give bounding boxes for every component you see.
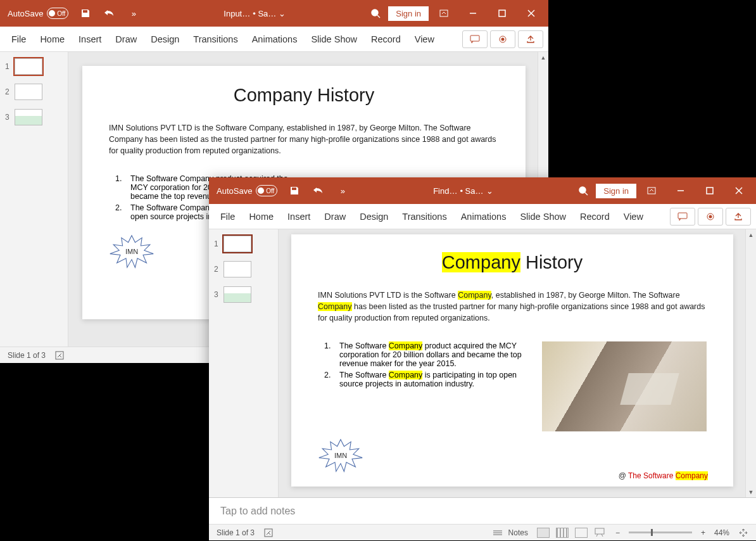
- minimize-button[interactable]: [458, 0, 488, 27]
- document-title: Input… • Sa… ⌄: [146, 9, 363, 18]
- list-item-2[interactable]: The Software Company is participating in…: [333, 371, 532, 388]
- svg-rect-17: [648, 188, 655, 194]
- tab-design[interactable]: Design: [144, 29, 186, 49]
- thumbnail-1[interactable]: [224, 236, 251, 252]
- zoom-level[interactable]: 44%: [714, 528, 729, 537]
- save-icon[interactable]: [282, 179, 306, 203]
- tab-insert[interactable]: Insert: [281, 207, 317, 227]
- save-icon[interactable]: [73, 1, 98, 25]
- undo-icon[interactable]: [306, 179, 331, 203]
- svg-rect-22: [678, 213, 687, 219]
- thumbnail-2[interactable]: [15, 84, 42, 100]
- ribbon-mode-icon[interactable]: [429, 0, 458, 27]
- comments-icon[interactable]: [462, 30, 488, 48]
- tab-transitions[interactable]: Transitions: [396, 207, 453, 227]
- svg-line-1: [377, 15, 380, 18]
- slideshow-view-icon[interactable]: [594, 528, 607, 538]
- tab-file[interactable]: File: [5, 29, 32, 49]
- titlebar: AutoSave Off » Find… • Sa… ⌄ Sign in: [209, 177, 756, 204]
- view-buttons: [537, 528, 607, 538]
- autosave-toggle[interactable]: AutoSave Off: [211, 185, 282, 196]
- slide-counter: Slide 1 of 3: [217, 528, 255, 537]
- tab-view[interactable]: View: [617, 207, 650, 227]
- slide-content[interactable]: Company History IMN Solutions PVT LTD is…: [291, 234, 733, 487]
- tab-design[interactable]: Design: [353, 207, 394, 227]
- comments-icon[interactable]: [670, 208, 695, 226]
- vertical-scrollbar[interactable]: ▲▼: [745, 229, 756, 497]
- slide-image[interactable]: [542, 341, 707, 431]
- fit-to-window-icon[interactable]: [738, 528, 748, 538]
- search-icon[interactable]: [571, 179, 595, 203]
- accessibility-icon[interactable]: [54, 350, 65, 360]
- more-icon[interactable]: »: [331, 179, 355, 203]
- list-item-1[interactable]: The Software Company product acquired th…: [333, 341, 532, 368]
- tab-view[interactable]: View: [408, 29, 441, 49]
- tab-insert[interactable]: Insert: [72, 29, 108, 49]
- thumbnail-pane[interactable]: 1 2 3: [0, 52, 68, 347]
- reading-view-icon[interactable]: [575, 528, 588, 538]
- thumbnail-1[interactable]: [15, 58, 42, 75]
- tab-home[interactable]: Home: [34, 29, 71, 49]
- notes-pane[interactable]: Tap to add notes: [209, 497, 756, 524]
- thumbnail-2[interactable]: [224, 261, 251, 277]
- maximize-button[interactable]: [488, 0, 517, 27]
- thumbnail-3[interactable]: [15, 109, 42, 125]
- zoom-out-button[interactable]: −: [615, 528, 620, 537]
- tab-draw[interactable]: Draw: [109, 29, 143, 49]
- toggle-switch[interactable]: Off: [256, 185, 277, 196]
- starburst-shape[interactable]: IMN: [109, 234, 154, 269]
- svg-line-31: [596, 534, 598, 537]
- share-icon[interactable]: [726, 208, 751, 226]
- close-button[interactable]: [724, 177, 753, 204]
- tab-transitions[interactable]: Transitions: [187, 29, 244, 49]
- zoom-slider[interactable]: [629, 531, 692, 533]
- svg-rect-30: [595, 528, 604, 534]
- slide-title[interactable]: Company History: [109, 85, 499, 106]
- thumbnail-3[interactable]: [224, 286, 251, 303]
- autosave-toggle[interactable]: AutoSave Off: [3, 8, 73, 19]
- signin-button[interactable]: Sign in: [595, 183, 637, 199]
- ribbon-mode-icon[interactable]: [637, 177, 666, 204]
- slide-body-text[interactable]: IMN Solutions PVT LTD is the Software Co…: [109, 122, 499, 156]
- slide-body-text[interactable]: IMN Solutions PVT LTD is the Software Co…: [318, 290, 707, 324]
- more-icon[interactable]: »: [122, 1, 146, 25]
- tab-animations[interactable]: Animations: [455, 207, 513, 227]
- tab-record[interactable]: Record: [365, 29, 407, 49]
- maximize-button[interactable]: [695, 177, 724, 204]
- svg-line-16: [585, 193, 588, 195]
- workspace: 1 2 3 Company History IMN Solutions PVT …: [209, 229, 756, 497]
- chevron-down-icon[interactable]: ⌄: [486, 186, 493, 196]
- share-icon[interactable]: [518, 30, 543, 48]
- slide-footer[interactable]: @ The Software Company: [619, 471, 708, 480]
- tab-animations[interactable]: Animations: [246, 29, 304, 49]
- slide-list[interactable]: The Software Company product acquired th…: [318, 341, 532, 388]
- search-icon[interactable]: [363, 1, 387, 25]
- tab-slideshow[interactable]: Slide Show: [513, 207, 572, 227]
- tab-draw[interactable]: Draw: [318, 207, 352, 227]
- record-icon[interactable]: [490, 30, 515, 48]
- tab-slideshow[interactable]: Slide Show: [305, 29, 363, 49]
- chevron-down-icon[interactable]: ⌄: [279, 9, 286, 18]
- accessibility-icon[interactable]: [263, 528, 274, 538]
- thumbnail-pane[interactable]: 1 2 3: [209, 229, 279, 497]
- svg-line-32: [602, 534, 603, 537]
- tab-record[interactable]: Record: [574, 207, 616, 227]
- tab-file[interactable]: File: [214, 207, 241, 227]
- tab-home[interactable]: Home: [243, 207, 280, 227]
- sorter-view-icon[interactable]: [556, 528, 569, 538]
- signin-button[interactable]: Sign in: [387, 6, 429, 22]
- svg-rect-2: [440, 10, 448, 16]
- undo-icon[interactable]: [98, 1, 122, 25]
- slide-canvas[interactable]: Company History IMN Solutions PVT LTD is…: [279, 229, 756, 497]
- toggle-switch[interactable]: Off: [47, 8, 68, 19]
- zoom-in-button[interactable]: +: [701, 528, 705, 537]
- notes-button[interactable]: Notes: [492, 528, 528, 537]
- minimize-button[interactable]: [666, 177, 695, 204]
- ribbon-tabs: File Home Insert Draw Design Transitions…: [209, 204, 756, 229]
- close-button[interactable]: [517, 0, 546, 27]
- starburst-shape[interactable]: IMN: [318, 438, 363, 473]
- normal-view-icon[interactable]: [537, 528, 550, 538]
- record-icon[interactable]: [698, 208, 723, 226]
- svg-point-24: [709, 215, 712, 218]
- slide-title[interactable]: Company History: [318, 252, 707, 273]
